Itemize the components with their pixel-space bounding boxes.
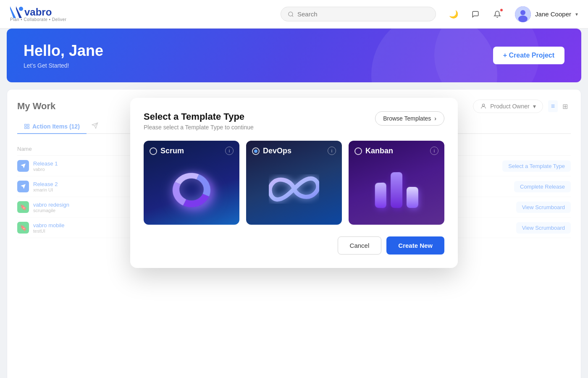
chevron-right-icon: › [434,115,436,122]
browse-templates-label: Browse Templates [383,115,431,122]
svg-point-6 [518,16,528,22]
kanban-name: Kanban [365,147,393,155]
kanban-visual [354,159,438,219]
modal-title-area: Select a Template Type Please select a T… [144,111,254,131]
search-icon [288,11,294,18]
search-input[interactable] [297,10,429,18]
template-card-devops[interactable]: DevOps i [246,141,342,225]
user-name: Jane Cooper [535,10,571,18]
logo: vabro [10,6,66,18]
modal-subtitle: Please select a Template Type to continu… [144,124,254,131]
template-card-scrum[interactable]: Scrum i [144,141,239,225]
scrum-visual [150,159,234,219]
user-area[interactable]: Jane Cooper ▾ [515,6,578,22]
messages-icon [472,10,479,18]
modal-overlay: Select a Template Type Please select a T… [7,89,581,378]
header-icons: 🌙 Jane Cooper ▾ [446,6,578,22]
modal-title: Select a Template Type [144,111,254,122]
kanban-col-3 [407,186,418,207]
devops-visual [252,159,336,219]
logo-area: vabro Plan • Collaborate • Deliver [10,6,66,22]
notifications-wrap [490,7,505,22]
bell-icon [494,10,501,18]
kanban-col-1 [375,182,386,208]
template-modal: Select a Template Type Please select a T… [130,98,458,268]
messages-button[interactable] [468,7,483,22]
modal-footer: Cancel Create New [144,236,444,255]
kanban-radio[interactable] [354,147,362,155]
hero-subtitle: Let's Get Started! [24,62,103,69]
svg-point-2 [19,7,23,11]
template-cards: Scrum i DevOps i [144,141,444,225]
scrum-radio[interactable] [150,147,157,155]
hero-greeting: Hello, Jane [24,42,103,60]
header: vabro Plan • Collaborate • Deliver 🌙 [0,0,588,29]
scrum-3d-shape [166,164,217,214]
kanban-label: Kanban [354,147,438,155]
kanban-columns [375,170,418,208]
logo-text: vabro [24,6,52,18]
create-new-button[interactable]: Create New [386,236,444,255]
create-project-button[interactable]: + Create Project [493,47,564,64]
scrum-label: Scrum [150,147,234,155]
notification-dot [500,8,503,12]
logo-tagline: Plan • Collaborate • Deliver [10,17,66,22]
logo-icon [10,6,24,18]
svg-marker-0 [10,6,16,18]
hero-banner: Hello, Jane Let's Get Started! + Create … [7,29,581,82]
kanban-col-2 [391,172,402,208]
modal-header: Select a Template Type Please select a T… [144,111,444,131]
devops-infinity [269,174,319,204]
scrum-name: Scrum [160,147,184,155]
scrum-ring [168,168,217,213]
search-bar[interactable] [281,7,436,21]
template-card-kanban[interactable]: Kanban i [349,141,444,225]
user-chevron-icon: ▾ [575,11,578,17]
dark-mode-button[interactable]: 🌙 [446,7,461,22]
devops-name: DevOps [263,147,291,155]
avatar-image [515,6,531,22]
devops-radio[interactable] [252,147,260,155]
svg-point-3 [289,12,293,16]
cancel-button[interactable]: Cancel [338,236,382,255]
svg-point-5 [520,10,525,15]
main-content: My Work Product Owner ▾ ≡ ⊞ Action Items… [7,89,581,378]
devops-label: DevOps [252,147,336,155]
avatar [515,6,531,22]
hero-text: Hello, Jane Let's Get Started! [24,42,103,69]
browse-templates-button[interactable]: Browse Templates › [375,111,444,126]
